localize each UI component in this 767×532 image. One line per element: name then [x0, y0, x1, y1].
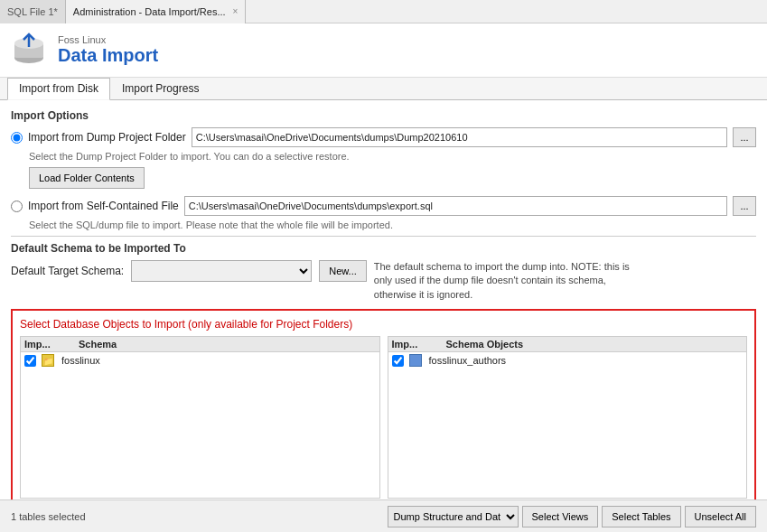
footer-status: 1 tables selected: [11, 511, 86, 522]
dump-structure-dropdown[interactable]: Dump Structure and Dat: [388, 506, 519, 527]
footer-buttons: Dump Structure and Dat Select Views Sele…: [388, 506, 757, 527]
unselect-all-btn[interactable]: Unselect All: [685, 506, 756, 527]
new-schema-btn[interactable]: New...: [319, 260, 367, 282]
schema-fosslinux-checkbox[interactable]: [24, 355, 36, 367]
schema-row: Default Target Schema: New... The defaul…: [11, 260, 756, 302]
self-contained-path-input[interactable]: C:\Users\masai\OneDrive\Documents\dumps\…: [184, 196, 727, 216]
radio-self-contained[interactable]: [11, 201, 23, 212]
app-title-block: Foss Linux Data Import: [58, 34, 158, 66]
tab-sql-file[interactable]: SQL File 1*: [0, 0, 66, 23]
hint1-text: Select the Dump Project Folder to import…: [29, 151, 756, 162]
app-subtitle: Foss Linux: [58, 34, 158, 45]
app-header: Foss Linux Data Import: [0, 23, 767, 78]
tab-admin[interactable]: Administration - Data Import/Res... ×: [66, 0, 247, 23]
tab-admin-label: Administration - Data Import/Res...: [73, 6, 226, 17]
schema-panel-header: Imp... Schema: [21, 337, 379, 352]
schema-note: The default schema to import the dump in…: [374, 260, 645, 302]
load-folder-contents-btn[interactable]: Load Folder Contents: [29, 167, 145, 189]
radio2-label: Import from Self-Contained File: [28, 200, 179, 212]
radio1-label: Import from Dump Project Folder: [28, 131, 186, 144]
schema-row-fosslinux: 📁 fosslinux: [21, 352, 379, 369]
object-fosslinux-authors-checkbox[interactable]: [392, 355, 404, 367]
footer: 1 tables selected Dump Structure and Dat…: [0, 499, 767, 532]
tab-import-progress[interactable]: Import Progress: [110, 78, 210, 99]
table-icon: [409, 354, 422, 367]
default-target-schema-dropdown[interactable]: [131, 260, 312, 282]
objects-panel-header: Imp... Schema Objects: [388, 337, 747, 352]
tab-sql-file-label: SQL File 1*: [7, 6, 58, 17]
divider1: [11, 236, 756, 237]
select-tables-btn[interactable]: Select Tables: [602, 506, 680, 527]
default-schema-label: Default Schema to be Imported To: [11, 242, 756, 255]
dump-project-path-input[interactable]: C:\Users\masai\OneDrive\Documents\dumps\…: [192, 127, 727, 147]
default-target-schema-label: Default Target Schema:: [11, 260, 124, 282]
dump-structure-select[interactable]: Dump Structure and Dat: [388, 506, 519, 527]
select-views-btn[interactable]: Select Views: [522, 506, 599, 527]
import-options-label: Import Options: [11, 109, 756, 122]
radio-dump-project[interactable]: [11, 132, 23, 144]
content-area: Import Options Import from Dump Project …: [0, 100, 767, 530]
browse-self-contained-btn[interactable]: ...: [733, 196, 756, 216]
object-fosslinux-authors-name: fosslinux_authors: [429, 355, 507, 366]
close-icon[interactable]: ×: [233, 6, 239, 16]
schema-panel: Imp... Schema 📁 fosslinux: [20, 336, 380, 499]
app-title: Data Import: [58, 45, 158, 66]
radio2-row: Import from Self-Contained File C:\Users…: [11, 196, 756, 216]
select-db-note: (only available for Project Folders): [188, 318, 352, 331]
tab-import-from-disk[interactable]: Import from Disk: [7, 78, 110, 100]
radio1-row: Import from Dump Project Folder C:\Users…: [11, 127, 756, 147]
two-panels: Imp... Schema 📁 fosslinux Imp... Schema …: [20, 336, 747, 499]
main-tabs: Import from Disk Import Progress: [0, 78, 767, 100]
object-row-fosslinux-authors: fosslinux_authors: [388, 352, 747, 369]
title-bar: SQL File 1* Administration - Data Import…: [0, 0, 767, 23]
hint2-text: Select the SQL/dump file to import. Plea…: [29, 219, 756, 230]
schema-fosslinux-name: fosslinux: [61, 355, 100, 366]
objects-panel: Imp... Schema Objects fosslinux_authors: [388, 336, 748, 499]
select-db-title: Select Database Objects to Import (only …: [20, 318, 747, 331]
app-icon: [11, 33, 47, 69]
browse-dump-project-btn[interactable]: ...: [733, 127, 756, 147]
schema-icon: 📁: [42, 354, 54, 367]
select-db-section: Select Database Objects to Import (only …: [11, 309, 756, 508]
